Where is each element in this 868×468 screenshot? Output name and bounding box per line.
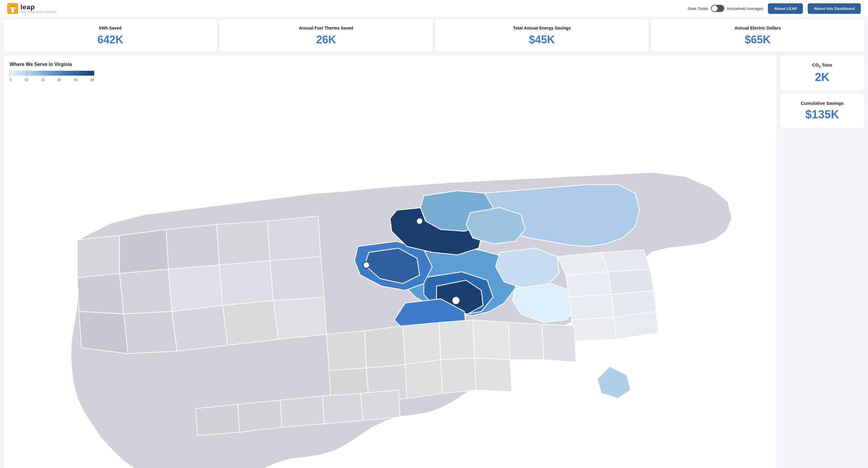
county-sw-2 — [120, 230, 169, 273]
county-ss-5 — [473, 320, 510, 360]
stat-energy-label: Total Annual Energy Savings — [513, 26, 571, 30]
county-ss-2 — [365, 326, 405, 368]
toggle-label-state-totals: State Totals — [687, 6, 708, 11]
cumulative-savings-label: Cumulative Savings — [801, 101, 844, 106]
logo-area: leap local energy alliance program — [7, 3, 56, 14]
virginia-map-svg — [10, 88, 770, 468]
state-household-toggle[interactable] — [711, 5, 724, 12]
legend-tick-2 — [43, 70, 44, 77]
county-e-5 — [569, 295, 614, 320]
stat-fuel-label: Annual Fuel Therms Saved — [299, 26, 353, 30]
legend-tick-0 — [10, 70, 10, 77]
county-sw-4 — [217, 221, 270, 265]
stat-kwh-label: kWh Saved — [99, 26, 122, 30]
legend-tick-3 — [60, 70, 61, 77]
county-bot-5 — [474, 358, 512, 392]
county-ss-7 — [542, 324, 576, 362]
county-s-4 — [219, 261, 273, 306]
stat-electric-dollars: Annual Electric Dollars $65K — [651, 20, 864, 52]
legend-tick-1 — [27, 70, 27, 77]
legend-tick-4 — [77, 70, 78, 77]
legend-tick-5 — [94, 70, 94, 77]
stat-fuel-therms: Annual Fuel Therms Saved 26K — [219, 20, 433, 52]
logo-name: leap — [21, 4, 56, 11]
county-orange — [496, 248, 559, 289]
about-leap-button[interactable]: About LEAP — [768, 3, 803, 14]
toggle-label-household-averages: Household Averages — [727, 6, 764, 11]
county-sw-3 — [166, 224, 219, 269]
county-s-1 — [77, 273, 124, 314]
county-bot-4 — [441, 358, 476, 393]
county-b-3 — [172, 306, 227, 351]
stats-area: kWh Saved 642K Annual Fuel Therms Saved … — [0, 17, 868, 52]
logo-subtitle: local energy alliance program — [21, 11, 56, 13]
legend-label-15: 15 — [41, 78, 44, 81]
map-section: Where We Serve in Virginia 5 10 15 20 30… — [4, 56, 776, 468]
main-content: Where We Serve in Virginia 5 10 15 20 30… — [0, 52, 868, 468]
county-bb-3 — [280, 396, 324, 427]
cumulative-savings-value: $135K — [805, 108, 839, 121]
stat-annual-energy: Total Annual Energy Savings $45K — [435, 20, 649, 52]
county-bot-3 — [405, 360, 442, 398]
legend-label-20: 20 — [57, 78, 61, 81]
cumulative-savings-card: Cumulative Savings $135K — [780, 94, 864, 128]
map-legend: 5 10 15 20 30 40 — [10, 71, 770, 81]
legend-label-40: 40 — [90, 78, 94, 81]
county-bb-4 — [322, 393, 363, 424]
county-bb-5 — [361, 390, 400, 421]
legend-gradient-bar — [10, 71, 94, 76]
county-east-light — [597, 366, 631, 398]
city-marker-harrisonburg — [416, 218, 423, 224]
logo-text: leap local energy alliance program — [21, 4, 56, 13]
county-bb-1 — [195, 404, 240, 436]
county-ss-4 — [439, 320, 475, 360]
leap-logo-icon — [7, 3, 18, 14]
stat-kwh-value: 642K — [97, 33, 123, 46]
city-marker-staunton — [363, 262, 370, 268]
stat-electric-label: Annual Electric Dollars — [735, 26, 781, 30]
about-dashboard-button[interactable]: About this Dashboard — [808, 3, 861, 14]
toggle-knob — [712, 5, 718, 11]
county-s-5 — [270, 257, 324, 301]
county-page — [466, 207, 525, 244]
legend-bar-container — [10, 71, 94, 77]
county-b-4 — [223, 301, 278, 345]
county-e-3 — [566, 272, 611, 297]
co2-value: 2K — [815, 71, 830, 84]
county-b-5 — [273, 297, 327, 339]
county-ss-6 — [508, 323, 544, 360]
county-ss-3 — [403, 323, 441, 365]
county-sw-5 — [267, 216, 321, 261]
city-marker-charlottesville — [452, 296, 460, 305]
county-sw-1 — [77, 235, 119, 278]
stat-energy-value: $45K — [529, 33, 555, 46]
county-ss-1 — [327, 331, 367, 371]
co2-label: CO2 Tons — [812, 62, 832, 68]
county-e-7 — [572, 317, 617, 341]
legend-label-5: 5 — [10, 78, 11, 81]
county-e-2 — [601, 250, 650, 272]
co2-card: CO2 Tons 2K — [780, 56, 864, 90]
stat-kwh-saved: kWh Saved 642K — [4, 20, 217, 52]
map-title: Where We Serve in Virginia — [10, 62, 770, 67]
county-s-3 — [168, 265, 222, 311]
toggle-area: State Totals Household Averages — [687, 5, 763, 12]
county-e-1 — [557, 253, 608, 275]
right-sidebar: CO2 Tons 2K Cumulative Savings $135K — [780, 56, 864, 468]
county-s-2 — [120, 269, 172, 314]
virginia-map-container — [10, 88, 770, 468]
legend-label-10: 10 — [24, 78, 28, 81]
county-bb-2 — [238, 400, 282, 432]
county-b-2 — [124, 311, 177, 354]
legend-labels: 5 10 15 20 30 40 — [10, 78, 94, 81]
stat-electric-value: $65K — [745, 33, 771, 46]
stat-fuel-value: 26K — [316, 33, 336, 46]
county-b-1 — [79, 311, 128, 354]
app-header: leap local energy alliance program State… — [0, 0, 868, 17]
stats-grid: kWh Saved 642K Annual Fuel Therms Saved … — [4, 20, 864, 52]
legend-label-30: 30 — [74, 78, 78, 81]
